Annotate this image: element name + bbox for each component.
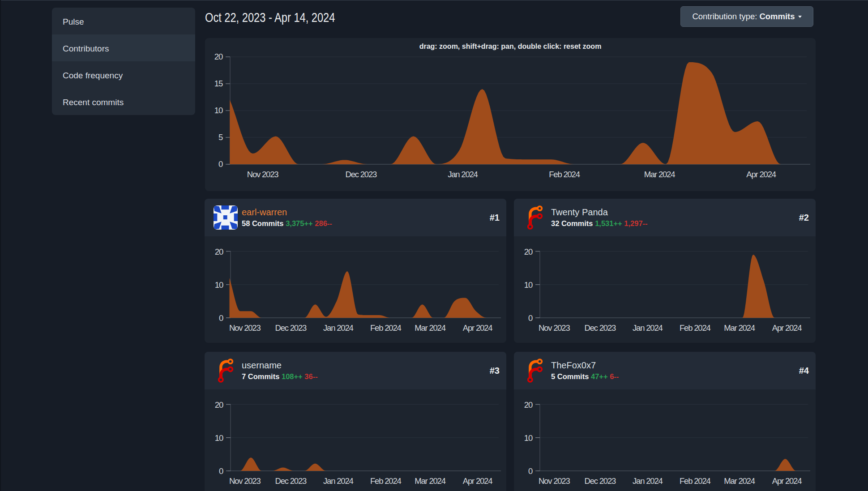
svg-text:0: 0 — [219, 313, 223, 323]
svg-text:drag: zoom, shift+drag: pan, d: drag: zoom, shift+drag: pan, double clic… — [419, 43, 602, 50]
svg-text:Feb 2024: Feb 2024 — [680, 323, 710, 333]
svg-text:Jan 2024: Jan 2024 — [448, 170, 478, 179]
svg-text:Apr 2024: Apr 2024 — [746, 170, 776, 179]
svg-text:Feb 2024: Feb 2024 — [370, 323, 401, 333]
svg-text:Nov 2023: Nov 2023 — [539, 323, 570, 333]
svg-text:0: 0 — [218, 159, 223, 169]
svg-text:Nov 2023: Nov 2023 — [229, 476, 261, 486]
svg-text:Apr 2024: Apr 2024 — [463, 323, 492, 333]
svg-text:Apr 2024: Apr 2024 — [463, 476, 492, 486]
svg-text:10: 10 — [215, 280, 223, 290]
svg-text:0: 0 — [528, 466, 533, 476]
svg-text:Mar 2024: Mar 2024 — [644, 170, 675, 179]
svg-text:Apr 2024: Apr 2024 — [772, 476, 802, 486]
svg-text:Jan 2024: Jan 2024 — [633, 323, 663, 333]
svg-text:Feb 2024: Feb 2024 — [680, 476, 710, 486]
svg-text:Dec 2023: Dec 2023 — [275, 323, 307, 333]
svg-text:Mar 2024: Mar 2024 — [415, 476, 445, 486]
svg-text:Jan 2024: Jan 2024 — [633, 476, 663, 486]
svg-text:15: 15 — [214, 79, 223, 88]
svg-text:0: 0 — [528, 313, 533, 323]
svg-text:Apr 2024: Apr 2024 — [772, 323, 802, 333]
svg-text:Feb 2024: Feb 2024 — [370, 476, 401, 486]
svg-text:Feb 2024: Feb 2024 — [549, 170, 580, 179]
svg-text:10: 10 — [215, 433, 223, 443]
svg-text:Mar 2024: Mar 2024 — [415, 323, 445, 333]
svg-text:10: 10 — [524, 433, 533, 443]
svg-text:10: 10 — [214, 106, 223, 115]
svg-text:Dec 2023: Dec 2023 — [584, 476, 616, 486]
svg-text:Nov 2023: Nov 2023 — [229, 323, 261, 333]
svg-text:0: 0 — [219, 466, 223, 476]
svg-text:Mar 2024: Mar 2024 — [724, 476, 755, 486]
svg-text:20: 20 — [215, 400, 223, 410]
svg-text:Mar 2024: Mar 2024 — [724, 323, 755, 333]
svg-text:5: 5 — [218, 132, 223, 142]
svg-text:10: 10 — [524, 280, 533, 290]
svg-text:20: 20 — [524, 247, 533, 256]
svg-text:Dec 2023: Dec 2023 — [275, 476, 307, 486]
svg-text:Nov 2023: Nov 2023 — [247, 170, 279, 179]
svg-text:20: 20 — [215, 247, 223, 256]
svg-text:Jan 2024: Jan 2024 — [323, 476, 353, 486]
svg-text:Dec 2023: Dec 2023 — [345, 170, 377, 179]
svg-text:Jan 2024: Jan 2024 — [323, 323, 353, 333]
svg-text:Dec 2023: Dec 2023 — [584, 323, 616, 333]
svg-text:20: 20 — [524, 400, 533, 410]
svg-text:20: 20 — [214, 52, 223, 61]
svg-text:Nov 2023: Nov 2023 — [539, 476, 570, 486]
